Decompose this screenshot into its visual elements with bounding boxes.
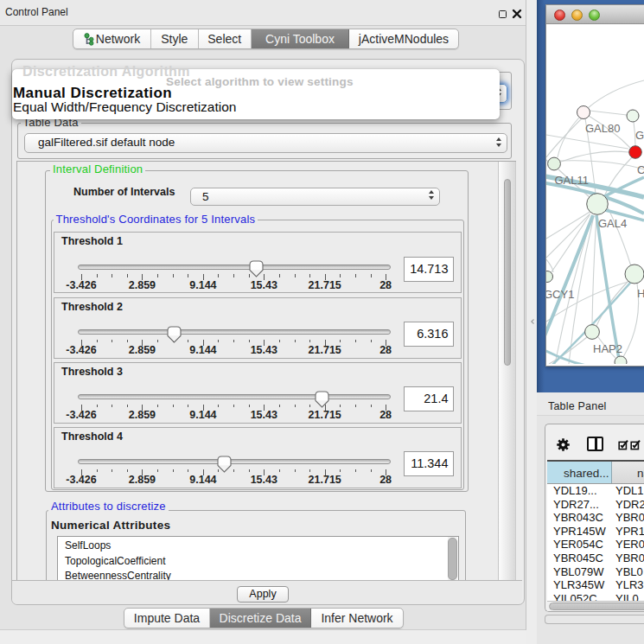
svg-text:GAL4: GAL4 (598, 217, 627, 230)
svg-text:G: G (635, 129, 644, 142)
svg-text:HAP2: HAP2 (593, 342, 622, 355)
svg-text:GCY1: GCY1 (546, 288, 574, 301)
svg-text:GAL11: GAL11 (555, 174, 590, 187)
svg-text:C: C (637, 163, 644, 176)
svg-text:H: H (637, 287, 644, 300)
svg-text:GAL80: GAL80 (585, 122, 620, 135)
